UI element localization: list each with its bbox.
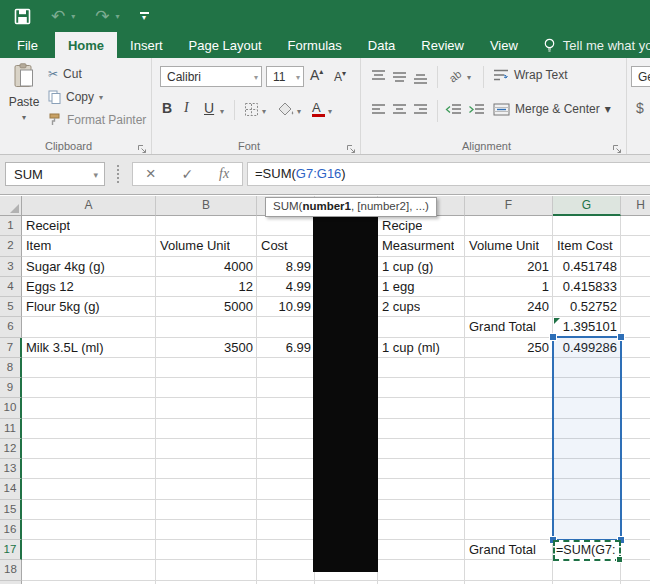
cell-B12[interactable] — [156, 439, 257, 459]
clipboard-dialog-launcher[interactable] — [137, 140, 147, 150]
tab-review[interactable]: Review — [408, 32, 477, 58]
cell-F10[interactable] — [465, 398, 553, 418]
row-header-2[interactable]: 2 — [0, 236, 22, 256]
row-header-4[interactable]: 4 — [0, 277, 22, 297]
font-family-select[interactable]: Calibri ▾ — [160, 66, 262, 87]
row-header-5[interactable]: 5 — [0, 297, 22, 317]
cell-E9[interactable] — [378, 378, 465, 398]
cell-A16[interactable] — [22, 520, 156, 540]
font-dialog-launcher[interactable] — [346, 140, 356, 150]
row-header-7[interactable]: 7 — [0, 338, 22, 358]
row-header-17[interactable]: 17 — [0, 540, 22, 560]
cell-C12[interactable] — [257, 439, 315, 459]
row-header-6[interactable]: 6 — [0, 317, 22, 337]
borders-dropdown-icon[interactable]: ▾ — [262, 107, 266, 116]
cell-C14[interactable] — [257, 479, 315, 499]
row-header-18[interactable]: 18 — [0, 560, 22, 580]
row-header-9[interactable]: 9 — [0, 378, 22, 398]
cell-H6[interactable] — [621, 317, 650, 337]
cell-F18[interactable] — [465, 560, 553, 580]
cell-F1[interactable] — [465, 216, 553, 236]
row-header-13[interactable]: 13 — [0, 459, 22, 479]
paste-button[interactable]: Paste ▾ — [4, 63, 44, 137]
cell-H2[interactable] — [621, 236, 650, 256]
cell-H12[interactable] — [621, 439, 650, 459]
font-size-select[interactable]: 11 ▾ — [266, 66, 304, 87]
undo-dropdown-icon[interactable]: ▾ — [71, 12, 75, 21]
cell-C17[interactable] — [257, 540, 315, 560]
increase-font-size-button[interactable]: A▴ — [310, 67, 323, 83]
cell-A18[interactable] — [22, 560, 156, 580]
cell-H7[interactable] — [621, 338, 650, 358]
bottom-align-icon[interactable] — [413, 72, 428, 90]
cell-A8[interactable] — [22, 358, 156, 378]
cell-B6[interactable] — [156, 317, 257, 337]
cell-F14[interactable] — [465, 479, 553, 499]
cell-B18[interactable] — [156, 560, 257, 580]
undo-icon[interactable]: ↶ — [51, 8, 65, 25]
cell-A15[interactable] — [22, 500, 156, 520]
cut-button[interactable]: ✂ Cut — [48, 67, 82, 81]
cell-A6[interactable] — [22, 317, 156, 337]
cell-F13[interactable] — [465, 459, 553, 479]
decrease-indent-icon[interactable] — [445, 102, 462, 120]
fill-color-dropdown-icon[interactable]: ▾ — [297, 107, 301, 116]
cell-G19[interactable] — [553, 581, 621, 584]
cell-C6[interactable] — [257, 317, 315, 337]
cell-C8[interactable] — [257, 358, 315, 378]
row-header-1[interactable]: 1 — [0, 216, 22, 236]
name-box-dropdown-icon[interactable]: ▾ — [93, 163, 98, 187]
cell-C15[interactable] — [257, 500, 315, 520]
underline-button[interactable]: U — [204, 100, 214, 116]
name-box[interactable]: SUM ▾ — [5, 162, 105, 186]
cell-B1[interactable] — [156, 216, 257, 236]
cell-H5[interactable] — [621, 297, 650, 317]
cell-E12[interactable] — [378, 439, 465, 459]
cell-A13[interactable] — [22, 459, 156, 479]
cell-A11[interactable] — [22, 419, 156, 439]
align-left-icon[interactable] — [371, 102, 386, 120]
row-header-14[interactable]: 14 — [0, 479, 22, 499]
column-header-F[interactable]: F — [465, 196, 553, 216]
column-header-B[interactable]: B — [156, 196, 257, 216]
cell-F16[interactable] — [465, 520, 553, 540]
cell-H10[interactable] — [621, 398, 650, 418]
fill-handle[interactable] — [616, 556, 623, 563]
row-header-8[interactable]: 8 — [0, 358, 22, 378]
cell-E6[interactable] — [378, 317, 465, 337]
tab-view[interactable]: View — [477, 32, 531, 58]
cell-E13[interactable] — [378, 459, 465, 479]
orientation-dropdown-icon[interactable]: ▾ — [467, 73, 471, 82]
cell-H3[interactable] — [621, 257, 650, 277]
align-right-icon[interactable] — [413, 102, 428, 120]
row-header-11[interactable]: 11 — [0, 419, 22, 439]
font-color-dropdown-icon[interactable]: ▾ — [328, 107, 332, 116]
number-format-select[interactable]: Ger — [631, 66, 650, 87]
cell-H8[interactable] — [621, 358, 650, 378]
cell-C18[interactable] — [257, 560, 315, 580]
cell-E19[interactable] — [378, 581, 465, 584]
tab-page-layout[interactable]: Page Layout — [176, 32, 275, 58]
row-header-19[interactable]: 19 — [0, 581, 22, 584]
cell-F11[interactable] — [465, 419, 553, 439]
cell-F8[interactable] — [465, 358, 553, 378]
top-align-icon[interactable] — [371, 68, 386, 86]
redo-dropdown-icon[interactable]: ▾ — [116, 12, 120, 21]
cell-H14[interactable] — [621, 479, 650, 499]
cell-E14[interactable] — [378, 479, 465, 499]
row-header-3[interactable]: 3 — [0, 257, 22, 277]
cell-D19[interactable] — [315, 581, 378, 584]
merge-center-button[interactable]: Merge & Center ▾ — [493, 102, 611, 116]
cell-A19[interactable] — [22, 581, 156, 584]
tab-insert[interactable]: Insert — [117, 32, 176, 58]
row-header-10[interactable]: 10 — [0, 398, 22, 418]
cell-E10[interactable] — [378, 398, 465, 418]
column-header-G[interactable]: G — [553, 196, 621, 216]
column-header-H[interactable]: H — [621, 196, 650, 216]
cell-B11[interactable] — [156, 419, 257, 439]
underline-dropdown-icon[interactable]: ▾ — [220, 107, 224, 116]
cell-B10[interactable] — [156, 398, 257, 418]
cell-H19[interactable] — [621, 581, 650, 584]
cell-F15[interactable] — [465, 500, 553, 520]
cell-H11[interactable] — [621, 419, 650, 439]
